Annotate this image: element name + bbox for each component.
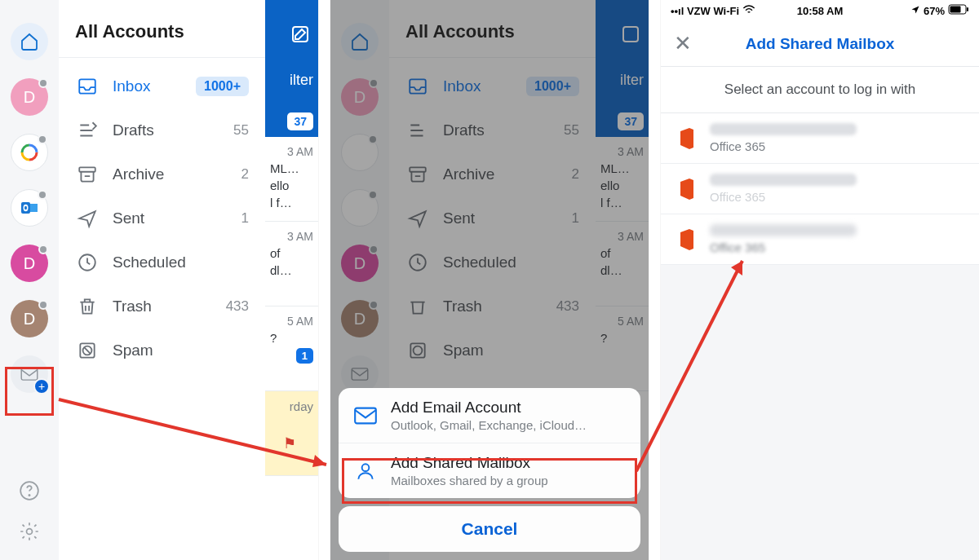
trash-icon [77, 296, 98, 317]
rail-account-2[interactable]: D [11, 245, 48, 282]
spam-icon [77, 340, 98, 361]
rail-home[interactable] [11, 23, 48, 60]
close-icon[interactable]: ✕ [661, 31, 705, 56]
rail-account-outlook[interactable] [11, 189, 48, 227]
gear-icon[interactable] [19, 521, 40, 545]
folder-label: Archive [113, 165, 164, 183]
signal-icon: ••ıl [671, 5, 684, 17]
wifi-icon [742, 5, 755, 17]
rail-account-1[interactable]: D [11, 78, 48, 116]
svg-point-6 [24, 206, 27, 210]
folder-count-badge: 1000+ [196, 77, 249, 96]
option-title: Add Email Account [391, 399, 587, 417]
redacted-email [710, 123, 857, 135]
option-subtitle: Outlook, Gmail, Exchange, iCloud… [391, 418, 587, 432]
clock-label: 10:58 AM [797, 5, 844, 17]
svg-rect-12 [79, 167, 95, 171]
thread-count: 1 [296, 348, 313, 364]
folder-count: 1 [241, 210, 249, 227]
folder-scheduled[interactable]: Scheduled [59, 240, 265, 284]
provider-label: Office 365 [710, 240, 857, 254]
folder-trash[interactable]: Trash 433 [59, 284, 265, 329]
office365-icon [677, 228, 697, 251]
account-rail: D D D + [0, 0, 59, 560]
provider-label: Office 365 [710, 139, 857, 153]
folder-label: Trash [113, 298, 152, 315]
message-peek-row-flagged[interactable]: rday ⚑ [265, 391, 318, 476]
account-option-1[interactable]: Office 365 [661, 113, 979, 164]
folder-label: Spam [113, 342, 153, 359]
redacted-email [710, 224, 857, 236]
folder-count: 433 [226, 298, 249, 315]
flag-icon: ⚑ [283, 434, 313, 452]
account-option-2[interactable]: Office 365 [661, 164, 979, 214]
folder-label: Scheduled [113, 254, 186, 271]
add-shared-mailbox-option[interactable]: Add Shared MailboxMailboxes shared by a … [339, 443, 640, 498]
folder-label: Inbox [113, 77, 150, 95]
sent-icon [77, 208, 98, 229]
rail-add-account[interactable]: + [11, 355, 48, 393]
compose-icon[interactable] [290, 24, 310, 47]
battery-icon [948, 4, 969, 17]
provider-label: Office 365 [710, 190, 857, 204]
add-email-account-option[interactable]: Add Email AccountOutlook, Gmail, Exchang… [339, 388, 640, 443]
option-subtitle: Mailboxes shared by a group [391, 474, 548, 487]
svg-point-24 [362, 464, 370, 471]
screenshot-2: D D D All Accounts Inbox1000+ Drafts55 A… [330, 0, 649, 560]
unread-chip: 37 [287, 112, 313, 130]
svg-rect-27 [967, 7, 968, 11]
folder-menu: All Accounts Inbox 1000+ Drafts 55 Archi… [59, 0, 265, 560]
folder-drafts[interactable]: Drafts 55 [59, 108, 265, 152]
archive-icon [77, 164, 98, 185]
message-peek-row[interactable]: 3 AM of dl… [265, 222, 318, 306]
inbox-icon [77, 76, 98, 97]
svg-rect-26 [950, 7, 961, 13]
drafts-icon [77, 120, 98, 141]
svg-point-10 [29, 495, 29, 496]
svg-rect-8 [21, 368, 38, 380]
account-option-3[interactable]: Office 365 [661, 214, 979, 265]
rail-account-3[interactable]: D [11, 300, 48, 337]
office365-icon [677, 178, 697, 201]
filter-label[interactable]: ilter [290, 72, 313, 89]
screenshot-3: ••ıl VZW Wi-Fi 10:58 AM 67% ✕ Add Shared… [661, 0, 979, 560]
svg-rect-7 [30, 204, 38, 212]
folder-label: Sent [113, 209, 144, 227]
folder-archive[interactable]: Archive 2 [59, 152, 265, 196]
menu-title: All Accounts [59, 0, 265, 58]
message-peek-row[interactable]: 5 AM ? 1 [265, 306, 318, 391]
folder-count: 55 [233, 122, 249, 139]
rail-account-google[interactable] [11, 134, 48, 171]
redacted-email [710, 174, 857, 186]
carrier-label: VZW Wi-Fi [687, 5, 739, 17]
folder-inbox[interactable]: Inbox 1000+ [59, 64, 265, 108]
folder-count: 2 [241, 166, 249, 183]
mail-icon [353, 403, 378, 428]
battery-label: 67% [924, 5, 945, 17]
folder-sent[interactable]: Sent 1 [59, 196, 265, 240]
message-peek-row[interactable]: 3 AM ML… ello l f… [265, 137, 318, 222]
nav-title: Add Shared Mailbox [746, 35, 895, 53]
message-list-peek: ilter 37 3 AM ML… ello l f… 3 AM of dl… … [265, 0, 318, 560]
nav-bar: ✕ Add Shared Mailbox [661, 21, 979, 67]
cancel-button[interactable]: Cancel [339, 506, 640, 552]
instruction-text: Select an account to log in with [661, 67, 979, 113]
svg-rect-23 [355, 408, 376, 423]
help-icon[interactable] [19, 480, 40, 505]
svg-point-11 [27, 529, 33, 535]
action-sheet: Add Email AccountOutlook, Gmail, Exchang… [339, 388, 640, 552]
folder-label: Drafts [113, 121, 154, 139]
option-title: Add Shared Mailbox [391, 454, 548, 472]
office365-icon [677, 127, 697, 150]
screenshot-1: D D D + All Accounts Inbox 1000+ [0, 0, 318, 560]
person-icon [353, 459, 378, 483]
folder-spam[interactable]: Spam [59, 329, 265, 373]
location-icon [910, 5, 920, 17]
add-plus-badge: + [33, 378, 50, 395]
clock-icon [77, 252, 98, 273]
status-bar: ••ıl VZW Wi-Fi 10:58 AM 67% [661, 0, 979, 21]
